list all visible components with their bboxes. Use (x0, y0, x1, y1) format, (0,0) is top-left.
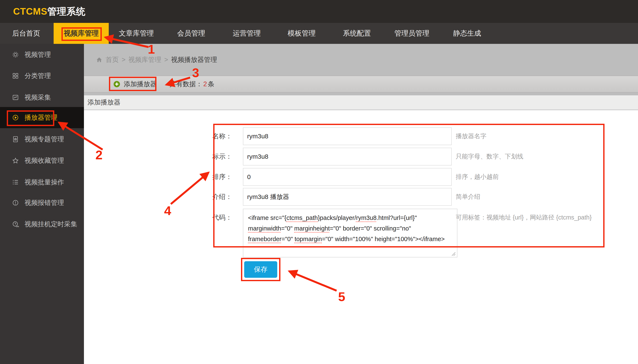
main-nav: 后台首页 视频库管理 文章库管理 会员管理 运营管理 模板管理 系统配置 管理员… (0, 23, 638, 44)
data-count-prefix: 共有数据： (170, 80, 202, 88)
error-circle-icon (12, 199, 19, 206)
play-circle-icon (12, 114, 19, 121)
nav-item-templates[interactable]: 模板管理 (274, 23, 329, 44)
toolbar (84, 76, 638, 92)
data-count: 共有数据： 2 条 (170, 77, 214, 91)
logo-suffix: 管理系统 (47, 5, 86, 18)
breadcrumb: 首页 > 视频库管理 > 视频播放器管理 (96, 55, 217, 64)
nav-item-admins[interactable]: 管理员管理 (384, 23, 439, 44)
field-label-code: 代码： (194, 209, 232, 226)
sidebar-item-label: 视频采集 (25, 93, 51, 102)
app-logo: CTCMS 管理系统 (13, 0, 86, 23)
data-count-suffix: 条 (208, 80, 214, 88)
code-textarea[interactable]: <iframe src="{ctcms_path}packs/player/ry… (243, 209, 457, 258)
add-plus-icon (113, 80, 120, 88)
sidebar-item-video-collect[interactable]: 视频采集 (0, 87, 84, 108)
collect-chart-icon (12, 94, 19, 101)
field-label-mark: 标示： (194, 148, 232, 166)
panel-header: 添加播放器 (84, 95, 638, 110)
nav-item-operations[interactable]: 运营管理 (219, 23, 274, 44)
field-hint-code: 可用标签：视频地址 {url}，网站路径 {ctcms_path} (456, 209, 638, 226)
star-icon (12, 157, 19, 164)
sidebar-item-player-manage[interactable]: 播放器管理 (0, 107, 84, 128)
field-label-intro: 介绍： (194, 188, 232, 206)
grid-icon (12, 72, 19, 80)
breadcrumb-separator: > (122, 56, 126, 64)
breadcrumb-video-library[interactable]: 视频库管理 (129, 55, 161, 64)
field-hint-intro: 简单介绍 (456, 188, 638, 206)
field-hint-name: 播放器名字 (456, 127, 638, 145)
data-count-number: 2 (202, 80, 208, 88)
breadcrumb-separator: > (164, 56, 168, 64)
gear-icon (12, 51, 19, 58)
breadcrumb-current-page: 视频播放器管理 (171, 55, 217, 64)
annotation-number-1: 1 (148, 42, 155, 56)
sidebar-item-label: 播放器管理 (25, 113, 58, 122)
sidebar-item-label: 视频报错管理 (25, 198, 64, 207)
top-header: CTCMS 管理系统 (0, 0, 638, 23)
sidebar-item-video-topic-manage[interactable]: 视频专题管理 (0, 128, 84, 150)
sort-input[interactable] (243, 168, 452, 186)
resize-handle-icon[interactable] (451, 251, 456, 256)
sidebar-item-label: 视频批量操作 (25, 178, 64, 187)
nav-item-video-library[interactable]: 视频库管理 (54, 23, 109, 44)
panel-title: 添加播放器 (88, 98, 120, 107)
nav-item-article-library[interactable]: 文章库管理 (109, 23, 164, 44)
home-icon (96, 56, 103, 63)
add-player-button-label: 添加播放器 (124, 80, 157, 88)
list-icon (12, 178, 19, 186)
intro-input[interactable] (243, 188, 452, 206)
nav-item-members[interactable]: 会员管理 (164, 23, 219, 44)
sidebar-item-video-batch-ops[interactable]: 视频批量操作 (0, 172, 84, 193)
sidebar-item-video-manage[interactable]: 视频管理 (0, 44, 84, 65)
field-label-sort: 排序： (194, 168, 232, 186)
sidebar-item-label: 视频收藏管理 (25, 156, 64, 165)
name-input[interactable] (243, 127, 452, 145)
breadcrumb-home[interactable]: 首页 (106, 55, 119, 64)
sidebar: 视频管理 分类管理 视频采集 播放器管理 (0, 44, 84, 364)
sidebar-item-video-favorite-manage[interactable]: 视频收藏管理 (0, 150, 84, 171)
logo-brand: CTCMS (13, 6, 47, 17)
mark-input[interactable] (243, 148, 452, 166)
add-player-button[interactable]: 添加播放器 (113, 77, 157, 91)
svg-text:ON: ON (16, 225, 19, 228)
field-label-name: 名称： (194, 127, 232, 145)
clock-on-icon: ON (12, 220, 19, 228)
nav-item-system-config[interactable]: 系统配置 (329, 23, 384, 44)
field-hint-mark: 只能字母、数字、下划线 (456, 148, 638, 166)
field-hint-sort: 排序，越小越前 (456, 168, 638, 186)
sidebar-item-video-timed-collect[interactable]: ON 视频挂机定时采集 (0, 214, 84, 235)
sidebar-item-label: 分类管理 (25, 72, 51, 80)
sidebar-item-video-error-manage[interactable]: 视频报错管理 (0, 192, 84, 213)
sidebar-item-category-manage[interactable]: 分类管理 (0, 65, 84, 86)
sidebar-item-label: 视频挂机定时采集 (25, 220, 77, 228)
nav-item-static-generate[interactable]: 静态生成 (440, 23, 495, 44)
save-button[interactable]: 保存 (244, 261, 277, 278)
sidebar-item-label: 视频专题管理 (25, 135, 64, 144)
app-root: CTCMS 管理系统 后台首页 视频库管理 文章库管理 会员管理 运营管理 模板… (0, 0, 638, 364)
nav-item-home[interactable]: 后台首页 (0, 23, 52, 44)
topic-doc-icon (12, 136, 19, 143)
sidebar-item-label: 视频管理 (25, 50, 51, 59)
